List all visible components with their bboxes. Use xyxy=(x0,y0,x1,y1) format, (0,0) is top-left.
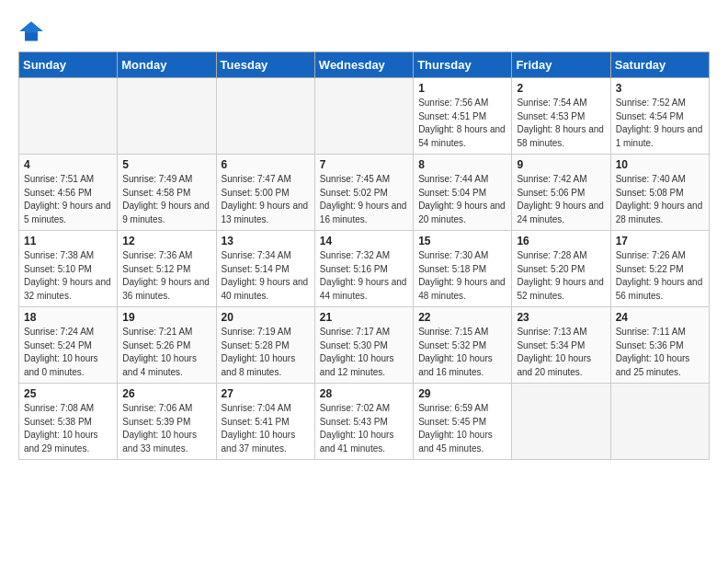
calendar-cell: 24Sunrise: 7:11 AMSunset: 5:36 PMDayligh… xyxy=(610,307,709,384)
day-detail: Sunrise: 7:49 AMSunset: 4:58 PMDaylight:… xyxy=(122,173,210,226)
week-row-2: 4Sunrise: 7:51 AMSunset: 4:56 PMDaylight… xyxy=(19,155,710,231)
calendar-cell xyxy=(118,78,216,155)
calendar-cell: 6Sunrise: 7:47 AMSunset: 5:00 PMDaylight… xyxy=(216,155,314,231)
calendar-cell: 16Sunrise: 7:28 AMSunset: 5:20 PMDayligh… xyxy=(512,231,610,307)
day-number: 8 xyxy=(418,158,506,171)
day-number: 3 xyxy=(616,82,704,95)
day-detail: Sunrise: 7:47 AMSunset: 5:00 PMDaylight:… xyxy=(222,173,310,226)
calendar-cell: 9Sunrise: 7:42 AMSunset: 5:06 PMDaylight… xyxy=(512,155,610,231)
weekday-header-saturday: Saturday xyxy=(610,52,709,78)
day-number: 24 xyxy=(616,311,704,324)
day-detail: Sunrise: 7:04 AMSunset: 5:41 PMDaylight:… xyxy=(222,402,310,455)
calendar-table: SundayMondayTuesdayWednesdayThursdayFrid… xyxy=(18,52,710,460)
calendar-cell xyxy=(610,384,709,460)
day-detail: Sunrise: 7:51 AMSunset: 4:56 PMDaylight:… xyxy=(24,173,112,226)
logo-icon xyxy=(18,18,44,44)
day-detail: Sunrise: 7:26 AMSunset: 5:22 PMDaylight:… xyxy=(616,249,704,303)
day-number: 19 xyxy=(122,311,210,324)
calendar-cell: 3Sunrise: 7:52 AMSunset: 4:54 PMDaylight… xyxy=(610,78,709,155)
weekday-header-row: SundayMondayTuesdayWednesdayThursdayFrid… xyxy=(19,52,710,78)
day-number: 9 xyxy=(517,158,605,171)
day-detail: Sunrise: 7:32 AMSunset: 5:16 PMDaylight:… xyxy=(320,249,408,303)
day-detail: Sunrise: 7:19 AMSunset: 5:28 PMDaylight:… xyxy=(222,326,310,379)
svg-marker-1 xyxy=(19,22,42,33)
calendar-cell: 15Sunrise: 7:30 AMSunset: 5:18 PMDayligh… xyxy=(414,231,512,307)
week-row-4: 18Sunrise: 7:24 AMSunset: 5:24 PMDayligh… xyxy=(19,307,710,384)
calendar-cell: 13Sunrise: 7:34 AMSunset: 5:14 PMDayligh… xyxy=(216,231,314,307)
calendar-cell: 5Sunrise: 7:49 AMSunset: 4:58 PMDaylight… xyxy=(118,155,216,231)
calendar-cell: 11Sunrise: 7:38 AMSunset: 5:10 PMDayligh… xyxy=(19,231,118,307)
weekday-header-thursday: Thursday xyxy=(414,52,512,78)
day-number: 21 xyxy=(320,311,408,324)
day-detail: Sunrise: 7:52 AMSunset: 4:54 PMDaylight:… xyxy=(616,97,704,150)
day-number: 20 xyxy=(222,311,310,324)
day-number: 16 xyxy=(517,235,605,247)
calendar-cell: 1Sunrise: 7:56 AMSunset: 4:51 PMDaylight… xyxy=(414,78,512,155)
calendar-cell: 20Sunrise: 7:19 AMSunset: 5:28 PMDayligh… xyxy=(216,307,314,384)
day-detail: Sunrise: 7:45 AMSunset: 5:02 PMDaylight:… xyxy=(320,173,408,226)
calendar-cell: 14Sunrise: 7:32 AMSunset: 5:16 PMDayligh… xyxy=(314,231,413,307)
day-number: 5 xyxy=(122,158,210,171)
calendar-cell: 4Sunrise: 7:51 AMSunset: 4:56 PMDaylight… xyxy=(19,155,118,231)
calendar-cell: 21Sunrise: 7:17 AMSunset: 5:30 PMDayligh… xyxy=(314,307,413,384)
day-number: 27 xyxy=(222,387,310,400)
calendar-cell: 29Sunrise: 6:59 AMSunset: 5:45 PMDayligh… xyxy=(414,384,512,460)
day-detail: Sunrise: 7:06 AMSunset: 5:39 PMDaylight:… xyxy=(122,402,210,455)
week-row-3: 11Sunrise: 7:38 AMSunset: 5:10 PMDayligh… xyxy=(19,231,710,307)
day-detail: Sunrise: 7:02 AMSunset: 5:43 PMDaylight:… xyxy=(320,402,408,455)
day-detail: Sunrise: 7:36 AMSunset: 5:12 PMDaylight:… xyxy=(122,249,210,303)
day-number: 12 xyxy=(122,235,210,247)
day-number: 11 xyxy=(24,235,112,247)
calendar-cell: 10Sunrise: 7:40 AMSunset: 5:08 PMDayligh… xyxy=(610,155,709,231)
day-number: 17 xyxy=(616,235,704,247)
calendar-cell xyxy=(512,384,610,460)
weekday-header-friday: Friday xyxy=(512,52,610,78)
weekday-header-tuesday: Tuesday xyxy=(216,52,314,78)
day-number: 26 xyxy=(122,387,210,400)
day-detail: Sunrise: 6:59 AMSunset: 5:45 PMDaylight:… xyxy=(418,402,506,455)
calendar-cell: 22Sunrise: 7:15 AMSunset: 5:32 PMDayligh… xyxy=(414,307,512,384)
day-number: 4 xyxy=(24,158,112,171)
day-detail: Sunrise: 7:30 AMSunset: 5:18 PMDaylight:… xyxy=(418,249,506,303)
day-number: 10 xyxy=(616,158,704,171)
day-detail: Sunrise: 7:21 AMSunset: 5:26 PMDaylight:… xyxy=(122,326,210,379)
weekday-header-sunday: Sunday xyxy=(19,52,118,78)
day-number: 13 xyxy=(222,235,310,247)
calendar-cell: 23Sunrise: 7:13 AMSunset: 5:34 PMDayligh… xyxy=(512,307,610,384)
day-detail: Sunrise: 7:17 AMSunset: 5:30 PMDaylight:… xyxy=(320,326,408,379)
weekday-header-wednesday: Wednesday xyxy=(314,52,413,78)
day-number: 29 xyxy=(418,387,506,400)
calendar-cell: 7Sunrise: 7:45 AMSunset: 5:02 PMDaylight… xyxy=(314,155,413,231)
day-detail: Sunrise: 7:54 AMSunset: 4:53 PMDaylight:… xyxy=(517,97,605,150)
day-number: 22 xyxy=(418,311,506,324)
day-number: 6 xyxy=(222,158,310,171)
day-number: 2 xyxy=(517,82,605,95)
calendar-cell: 8Sunrise: 7:44 AMSunset: 5:04 PMDaylight… xyxy=(414,155,512,231)
calendar-cell xyxy=(216,78,314,155)
day-detail: Sunrise: 7:44 AMSunset: 5:04 PMDaylight:… xyxy=(418,173,506,226)
day-detail: Sunrise: 7:15 AMSunset: 5:32 PMDaylight:… xyxy=(418,326,506,379)
day-number: 25 xyxy=(24,387,112,400)
day-number: 15 xyxy=(418,235,506,247)
calendar-cell: 25Sunrise: 7:08 AMSunset: 5:38 PMDayligh… xyxy=(19,384,118,460)
calendar-cell: 12Sunrise: 7:36 AMSunset: 5:12 PMDayligh… xyxy=(118,231,216,307)
calendar-cell: 27Sunrise: 7:04 AMSunset: 5:41 PMDayligh… xyxy=(216,384,314,460)
day-number: 1 xyxy=(418,82,506,95)
calendar-cell xyxy=(314,78,413,155)
day-detail: Sunrise: 7:40 AMSunset: 5:08 PMDaylight:… xyxy=(616,173,704,226)
weekday-header-monday: Monday xyxy=(118,52,216,78)
day-detail: Sunrise: 7:08 AMSunset: 5:38 PMDaylight:… xyxy=(24,402,112,455)
logo xyxy=(18,18,48,44)
week-row-5: 25Sunrise: 7:08 AMSunset: 5:38 PMDayligh… xyxy=(19,384,710,460)
day-detail: Sunrise: 7:42 AMSunset: 5:06 PMDaylight:… xyxy=(517,173,605,226)
day-detail: Sunrise: 7:11 AMSunset: 5:36 PMDaylight:… xyxy=(616,326,704,379)
day-number: 7 xyxy=(320,158,408,171)
calendar-cell: 19Sunrise: 7:21 AMSunset: 5:26 PMDayligh… xyxy=(118,307,216,384)
day-number: 28 xyxy=(320,387,408,400)
day-detail: Sunrise: 7:28 AMSunset: 5:20 PMDaylight:… xyxy=(517,249,605,303)
day-detail: Sunrise: 7:24 AMSunset: 5:24 PMDaylight:… xyxy=(24,326,112,379)
header xyxy=(18,18,710,44)
day-number: 23 xyxy=(517,311,605,324)
day-number: 18 xyxy=(24,311,112,324)
day-number: 14 xyxy=(320,235,408,247)
